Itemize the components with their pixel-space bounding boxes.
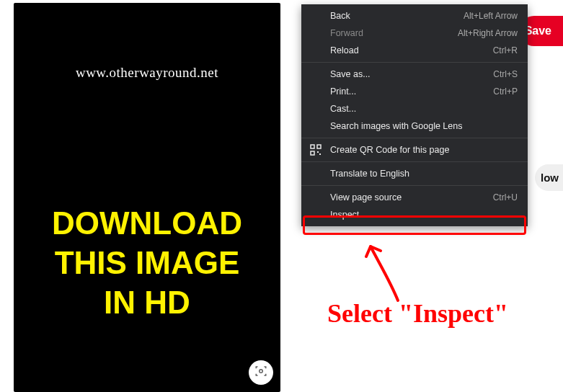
svg-rect-3 (311, 151, 314, 155)
menu-shortcut: Ctrl+U (493, 192, 518, 202)
image-headline: DOWNLOAD THIS IMAGE IN HD (14, 203, 280, 322)
visual-search-button[interactable] (249, 360, 273, 385)
menu-shortcut: Ctrl+S (493, 69, 518, 79)
menu-item-qr-code[interactable]: Create QR Code for this page (301, 141, 528, 159)
visual-search-icon (254, 365, 267, 380)
menu-item-reload[interactable]: Reload Ctrl+R (301, 42, 528, 59)
menu-label: Forward (330, 28, 458, 38)
menu-item-view-source[interactable]: View page source Ctrl+U (301, 189, 528, 206)
menu-separator (301, 62, 528, 63)
svg-rect-2 (317, 145, 321, 148)
menu-label: Back (330, 11, 464, 21)
menu-shortcut: Ctrl+P (493, 86, 518, 97)
menu-item-search-lens[interactable]: Search images with Google Lens (301, 117, 528, 135)
svg-rect-1 (311, 145, 314, 148)
qr-code-icon (310, 144, 322, 156)
menu-shortcut: Alt+Right Arrow (458, 28, 518, 38)
headline-line: IN HD (14, 282, 280, 322)
context-menu: Back Alt+Left Arrow Forward Alt+Right Ar… (301, 4, 528, 226)
annotation-text: Select "Inspect" (327, 298, 508, 329)
svg-point-0 (260, 370, 263, 373)
menu-label: Create QR Code for this page (330, 145, 518, 155)
menu-separator (301, 161, 528, 162)
menu-separator (301, 138, 528, 138)
annotation-arrow (362, 239, 420, 304)
menu-item-translate[interactable]: Translate to English (301, 165, 528, 182)
image-watermark: www.otherwayround.net (14, 65, 280, 81)
menu-item-save-as[interactable]: Save as... Ctrl+S (301, 66, 528, 83)
menu-label: Save as... (330, 69, 493, 79)
menu-label: Translate to English (330, 169, 518, 179)
headline-line: THIS IMAGE (14, 243, 280, 282)
svg-rect-4 (317, 151, 319, 153)
menu-item-cast[interactable]: Cast... (301, 100, 528, 117)
svg-rect-5 (319, 153, 321, 155)
menu-shortcut: Ctrl+R (493, 45, 518, 55)
menu-separator (301, 185, 528, 186)
menu-label: Print... (330, 86, 493, 97)
menu-item-print[interactable]: Print... Ctrl+P (301, 83, 528, 100)
menu-label: View page source (330, 192, 493, 202)
menu-label: Reload (330, 45, 493, 55)
pinterest-image[interactable]: www.otherwayround.net DOWNLOAD THIS IMAG… (14, 3, 280, 392)
menu-label: Cast... (330, 104, 518, 114)
menu-item-back[interactable]: Back Alt+Left Arrow (301, 7, 528, 24)
follow-button[interactable]: low (535, 164, 563, 191)
menu-label: Inspect (330, 210, 518, 220)
headline-line: DOWNLOAD (14, 203, 280, 243)
menu-shortcut: Alt+Left Arrow (464, 11, 518, 21)
menu-item-forward[interactable]: Forward Alt+Right Arrow (301, 24, 528, 42)
menu-item-inspect[interactable]: Inspect (301, 206, 528, 223)
menu-label: Search images with Google Lens (330, 121, 518, 131)
